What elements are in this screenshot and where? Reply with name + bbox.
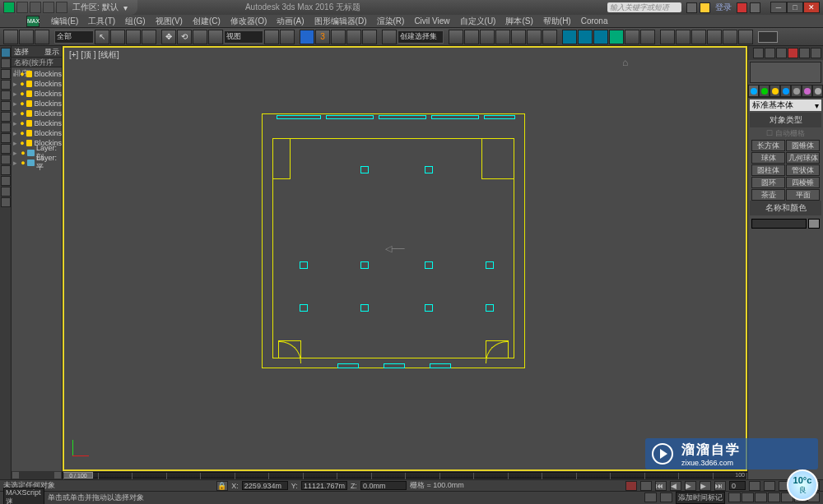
window-crossing-icon[interactable] (142, 30, 156, 44)
move-icon[interactable]: ✥ (161, 30, 176, 44)
cp-tool-4-icon[interactable] (788, 48, 798, 58)
autokey-button[interactable] (625, 481, 637, 491)
placement-icon[interactable] (208, 30, 223, 44)
primitive-button[interactable]: 平面 (786, 189, 820, 201)
scene-item[interactable]: ▸●Blockins (13, 109, 62, 118)
pivot-icon[interactable] (264, 30, 279, 44)
ribbon-icon[interactable] (495, 30, 510, 44)
selock-icon[interactable] (660, 492, 672, 502)
tab-systems[interactable] (812, 85, 823, 97)
keyfilter-button[interactable] (728, 492, 741, 502)
scene-item[interactable]: ▸●Blockins (13, 99, 62, 109)
tab-cameras[interactable] (780, 85, 791, 97)
nav-orbit-icon[interactable] (742, 492, 754, 502)
extra-tool-6-icon[interactable] (738, 30, 753, 44)
snap-angle-icon[interactable] (331, 30, 346, 44)
manip-icon[interactable] (280, 30, 295, 44)
ribbon-btn-15[interactable] (1, 197, 11, 207)
cp-tool-5-icon[interactable] (799, 48, 810, 58)
nav-pan-icon[interactable] (764, 481, 775, 491)
extra-tool-2-icon[interactable] (676, 30, 690, 44)
time-config-icon[interactable] (749, 481, 760, 491)
select-object-icon[interactable]: ↖ (95, 30, 109, 44)
primitive-button[interactable]: 球体 (751, 152, 785, 164)
save-icon[interactable] (16, 2, 28, 13)
max-menu-icon[interactable]: MAX (26, 16, 40, 27)
ribbon-btn-5[interactable] (1, 90, 11, 100)
play-prev-icon[interactable]: ◀ (670, 481, 681, 491)
ribbon-btn-3[interactable] (1, 69, 11, 79)
tab-helpers[interactable] (791, 85, 802, 97)
extra-tool-4-icon[interactable] (707, 30, 722, 44)
render-prod-icon[interactable] (593, 30, 608, 44)
unlink-icon[interactable] (19, 30, 34, 44)
ribbon-btn-4[interactable] (1, 80, 11, 90)
ribbon-btn-13[interactable] (1, 176, 11, 186)
primitive-category-dropdown[interactable]: 标准基本体▾ (750, 99, 821, 111)
se-sort-header[interactable]: 名称(按升序排序) (12, 58, 62, 67)
render-frame-icon[interactable] (578, 30, 593, 44)
ribbon-btn-2[interactable] (1, 58, 11, 68)
scene-item[interactable]: ▸●Blockins (13, 79, 62, 89)
cp-tool-3-icon[interactable] (776, 48, 787, 58)
select-link-icon[interactable] (3, 30, 18, 44)
viewport-top[interactable]: [+] [顶 ] [线框] ⌂ (63, 46, 747, 471)
schematic-icon[interactable] (527, 30, 542, 44)
align-icon[interactable] (464, 30, 479, 44)
ribbon-btn-6[interactable] (1, 101, 11, 111)
se-hscroll[interactable] (12, 471, 62, 479)
spinner-snap-icon[interactable] (362, 30, 377, 44)
ribbon-btn-10[interactable] (1, 144, 11, 154)
workspace-dropdown-icon[interactable]: ▾ (123, 3, 128, 12)
undo-icon[interactable] (30, 2, 41, 13)
coord-z-field[interactable]: 0.0mm (360, 481, 407, 490)
star-icon[interactable] (700, 2, 710, 13)
menu-maxscript[interactable]: 脚本(S) (502, 16, 536, 27)
render-setup-icon[interactable] (562, 30, 577, 44)
menu-grapheditors[interactable]: 图形编辑器(D) (311, 16, 370, 27)
workspace-label[interactable]: 工作区: 默认 (72, 2, 119, 13)
color-swatch[interactable] (758, 31, 778, 43)
autogrid-checkbox[interactable]: ☐ 自动栅格 (748, 127, 823, 140)
layers-icon[interactable] (480, 30, 495, 44)
ribbon-btn-11[interactable] (1, 155, 11, 164)
coord-x-field[interactable]: 2259.934m (242, 481, 288, 490)
bind-spacewarp-icon[interactable] (35, 30, 49, 44)
primitive-button[interactable]: 茶壶 (751, 189, 785, 201)
nav-zoom2-icon[interactable] (768, 492, 780, 502)
comm-center-icon[interactable] (686, 2, 697, 13)
scale-icon[interactable] (193, 30, 207, 44)
menu-help[interactable]: 帮助(H) (540, 16, 574, 27)
selection-filter-dropdown[interactable]: 全部 (54, 30, 94, 44)
menu-civilview[interactable]: Civil View (411, 16, 453, 25)
scene-item[interactable]: ▸●Blockins (13, 89, 62, 99)
cp-tool-6-icon[interactable] (811, 48, 821, 58)
maxscript-label[interactable]: MAXScript 迷 (3, 488, 44, 505)
cp-tool-2-icon[interactable] (765, 48, 775, 58)
menu-customize[interactable]: 自定义(U) (457, 16, 500, 27)
snap-percent-icon[interactable] (346, 30, 361, 44)
primitive-button[interactable]: 四棱锥 (786, 177, 820, 188)
scene-item[interactable]: ▸●Blockins (13, 128, 62, 138)
menu-group[interactable]: 组(G) (122, 16, 148, 27)
se-display-label[interactable]: 显示 (44, 47, 59, 56)
minimize-button[interactable]: ─ (770, 2, 787, 13)
time-slider[interactable]: 0 / 100 100 (63, 471, 747, 479)
viewport-label[interactable]: [+] [顶 ] [线框] (69, 49, 119, 61)
maximize-button[interactable]: □ (787, 2, 803, 13)
refcoord-dropdown[interactable]: 视图 (224, 30, 263, 44)
tab-lights[interactable] (770, 85, 780, 97)
edit-named-sel-icon[interactable] (382, 30, 397, 44)
isolate-icon[interactable] (644, 492, 657, 502)
cp-tool-1-icon[interactable] (753, 48, 764, 58)
coord-y-field[interactable]: 11121.767m (301, 481, 347, 490)
app-icon[interactable] (3, 2, 15, 13)
current-frame-field[interactable]: 0 (729, 481, 746, 490)
ribbon-btn-8[interactable] (1, 123, 11, 132)
extra-tool-3-icon[interactable] (691, 30, 706, 44)
scene-item[interactable]: ▸●Layer:平 (13, 158, 62, 168)
redo-icon[interactable] (43, 2, 54, 13)
extra-tool-1-icon[interactable] (660, 30, 675, 44)
link-icon[interactable] (56, 2, 67, 13)
ribbon-btn-12[interactable] (1, 165, 11, 175)
